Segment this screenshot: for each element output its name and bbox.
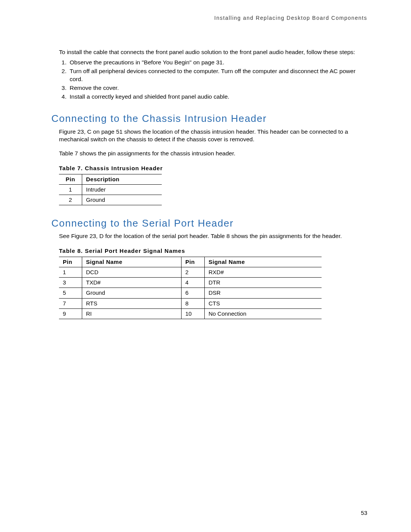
- table8-serial-port: Pin Signal Name Pin Signal Name 1 DCD 2 …: [59, 257, 322, 320]
- table8-pin-b: 6: [182, 288, 205, 298]
- step-item: Install a correctly keyed and shielded f…: [68, 93, 367, 101]
- page-number: 53: [361, 509, 367, 517]
- table8-sig-a: TXD#: [82, 278, 182, 288]
- table8-pin-b: 4: [182, 278, 205, 288]
- section1-paragraph-1: Figure 23, C on page 51 shows the locati…: [59, 128, 367, 144]
- table8-sig-b: DSR: [205, 288, 322, 298]
- table7-pin: 2: [59, 195, 82, 205]
- table7-chassis-intrusion: Pin Description 1 Intruder 2 Ground: [59, 174, 162, 206]
- table7-desc: Intruder: [82, 184, 162, 195]
- table7-caption: Table 7. Chassis Intrusion Header: [59, 165, 367, 172]
- table8-th-signal-a: Signal Name: [82, 257, 182, 267]
- table8-caption: Table 8. Serial Port Header Signal Names: [59, 247, 367, 255]
- table8-sig-b: No Connection: [205, 308, 322, 319]
- table-row: 1 DCD 2 RXD#: [59, 267, 322, 277]
- table7-pin: 1: [59, 184, 82, 195]
- table8-sig-a: Ground: [82, 288, 182, 298]
- table8-sig-a: RI: [82, 308, 182, 319]
- install-steps-list: Observe the precautions in "Before You B…: [59, 59, 367, 101]
- section-heading-chassis-intrusion: Connecting to the Chassis Intrusion Head…: [51, 112, 367, 125]
- table-header-row: Pin Description: [59, 174, 162, 184]
- table8-pin-a: 3: [59, 278, 82, 288]
- table8-pin-a: 5: [59, 288, 82, 298]
- table-header-row: Pin Signal Name Pin Signal Name: [59, 257, 322, 267]
- table-row: 7 RTS 8 CTS: [59, 298, 322, 308]
- table8-sig-b: CTS: [205, 298, 322, 308]
- table8-sig-a: DCD: [82, 267, 182, 277]
- table8-sig-a: RTS: [82, 298, 182, 308]
- table-row: 9 RI 10 No Connection: [59, 308, 322, 319]
- table8-pin-a: 1: [59, 267, 82, 277]
- table7-desc: Ground: [82, 195, 162, 205]
- table7-th-description: Description: [82, 174, 162, 184]
- table8-pin-b: 10: [182, 308, 205, 319]
- table8-th-pin-a: Pin: [59, 257, 82, 267]
- table8-pin-b: 8: [182, 298, 205, 308]
- table8-pin-b: 2: [182, 267, 205, 277]
- table-row: 3 TXD# 4 DTR: [59, 278, 322, 288]
- table8-pin-a: 7: [59, 298, 82, 308]
- section-heading-serial-port: Connecting to the Serial Port Header: [51, 217, 367, 230]
- intro-paragraph: To install the cable that connects the f…: [59, 48, 367, 56]
- step-item: Observe the precautions in "Before You B…: [68, 59, 367, 67]
- table-row: 2 Ground: [59, 195, 162, 205]
- section1-paragraph-2: Table 7 shows the pin assignments for th…: [59, 150, 367, 158]
- table7-th-pin: Pin: [59, 174, 82, 184]
- table-row: 5 Ground 6 DSR: [59, 288, 322, 298]
- step-item: Remove the cover.: [68, 84, 367, 92]
- section2-paragraph-1: See Figure 23, D for the location of the…: [59, 232, 367, 240]
- step-item: Turn off all peripheral devices connecte…: [68, 67, 367, 83]
- table-row: 1 Intruder: [59, 184, 162, 195]
- table8-sig-b: RXD#: [205, 267, 322, 277]
- table8-th-pin-b: Pin: [182, 257, 205, 267]
- page-header: Installing and Replacing Desktop Board C…: [51, 14, 367, 22]
- table8-th-signal-b: Signal Name: [205, 257, 322, 267]
- table8-pin-a: 9: [59, 308, 82, 319]
- table8-sig-b: DTR: [205, 278, 322, 288]
